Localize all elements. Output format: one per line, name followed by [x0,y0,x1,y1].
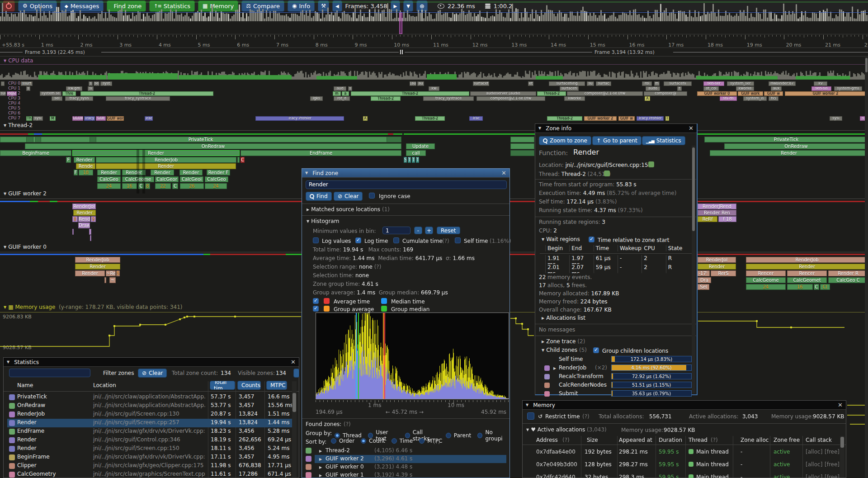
cumulate-time-checkbox[interactable] [393,237,399,243]
timeline-zone[interactable] [387,137,401,142]
timeline-zone[interactable]: Render Ren [698,210,736,216]
timeline-zone[interactable]: BeginFrame [0,150,71,156]
timeline-zone[interactable]: 8 [145,183,150,189]
group-by-radio[interactable]: No groupi [477,429,509,442]
timeline-zone[interactable]: Render [710,150,868,156]
timeline-zone[interactable] [90,137,96,142]
log-time-checkbox[interactable] [355,237,361,243]
wait-col[interactable]: State [666,245,690,251]
restrict-time-checkbox[interactable] [527,412,534,420]
timeline-zone[interactable]: CalcGeor [155,176,179,182]
timeline-zone[interactable]: io@2g [7,91,17,96]
timeline-zone[interactable]: Rende [76,163,95,169]
help-hint[interactable]: (?) [562,437,570,443]
filter-zones-input[interactable] [9,369,90,377]
timeline-zone[interactable]: Draw [78,222,90,228]
timeline-zone[interactable] [72,229,74,235]
col-appeared[interactable]: Appeared at [619,437,652,443]
timeline-zone[interactable]: m [654,81,660,86]
child-zone-row[interactable]: ▶ RenderJob (×2) 4.16 ms (92.60%) [535,364,696,373]
child-zone-row[interactable]: RecalcTransform 72.92 µs (1.62%) [535,373,696,381]
thread-color-swatch[interactable] [604,170,610,176]
table-row[interactable]: RenderJob jni/../jni/src/guif/Screen.cpp… [7,410,292,419]
table-row[interactable]: OnRedraw jni/../jni/src/claw/application… [7,402,292,410]
min-bin-plus-button[interactable]: + [425,227,433,234]
timeline-zone[interactable]: CalcGeo [205,176,228,182]
timeline-zone[interactable]: S [404,157,407,163]
timeline-zone[interactable]: Render [74,157,95,163]
timeline-zone[interactable]: RerS [711,270,736,276]
timeline-zone[interactable]: syst [100,81,112,86]
timeline-zone[interactable]: CalcGeo C [828,277,868,283]
timeline-zone[interactable]: audioserver [audio [470,91,536,96]
timeline-zone[interactable]: 18 [79,170,93,175]
timeline-zone[interactable]: rol [642,81,652,86]
timeline-zone[interactable]: 9 [91,216,96,222]
timeline-zone[interactable]: sen-sis [811,86,831,91]
timeline-zone[interactable]: Rend [78,216,90,222]
timeline-zone[interactable]: aud [334,86,346,91]
timeline-zone[interactable]: CalcGeo [97,176,121,182]
timeline-zone[interactable]: M [50,116,56,121]
timeline-zone[interactable]: Render [97,170,121,175]
statistics-button[interactable]: Statistics [642,136,685,145]
table-row[interactable]: Clipper jni/../jni/src/claw/gfx/geo/Clip… [7,462,292,470]
timeline-zone[interactable]: 5 [116,270,120,276]
timeline-zone[interactable]: CalcGeome [746,277,786,283]
reset-button[interactable]: Reset [437,227,460,234]
scrollbar[interactable] [840,436,844,478]
wait-row[interactable]: 1.91 ms 1.97 ms 61 µs - 2 R [545,255,690,264]
timeline-zone[interactable]: GUIF worker 2 [785,91,866,96]
timeline-zone[interactable]: Thre [62,91,76,96]
timeline-zone[interactable] [89,229,91,235]
col-total-time-button[interactable]: Total tim [210,381,235,390]
timeline-zone[interactable]: sysi [830,116,842,121]
timeline-zone[interactable]: Dra [698,277,711,283]
close-icon[interactable]: ✕ [838,402,843,408]
wait-col[interactable]: Time [594,245,618,251]
timeline-zone[interactable]: HwBinder:87 [769,81,796,86]
group-avg-line-checkbox[interactable] [313,306,319,312]
help-hint[interactable]: (?) [433,439,440,445]
timeline-zone[interactable]: audo [646,86,660,91]
min-bin-minus-button[interactable]: - [414,227,422,234]
timeline-zone[interactable]: Tracy Profiler [255,116,344,121]
expand-icon[interactable]: ▶ [319,449,322,453]
timeline-zone[interactable]: Cl [820,284,830,290]
timeline-zone[interactable]: OnRedraw [724,143,868,149]
timeline-zone[interactable]: Rencer [787,270,827,276]
timeline-zone[interactable]: T [412,157,415,163]
timeline-zone[interactable]: 16 [787,284,813,290]
timeline-zone[interactable]: surfacefling [549,81,585,86]
clear-button[interactable]: ⊘Clear [334,192,363,201]
sort-by-radio[interactable]: Order [331,438,354,444]
timeline-zone[interactable] [510,137,534,142]
timeline-zone[interactable]: ~ [109,277,116,283]
timeline-zone[interactable]: C [814,284,819,290]
expand-icon[interactable]: ▶ [553,366,556,370]
timeline-zone[interactable]: Render [698,264,736,270]
timeline-zone[interactable]: I [665,116,669,121]
allocation-row[interactable]: 0x7e049b3d00 128 bytes 298.27 ms 59.95 s… [523,459,839,471]
timeline-zone[interactable]: 16 [122,183,137,189]
self-time-checkbox[interactable] [455,237,461,243]
timeline-zone[interactable]: [au [410,81,416,86]
timeline-zone[interactable]: a [342,91,349,96]
child-zone-row[interactable]: CalcRenderNodes 51.51 µs (1.15%) [535,381,696,390]
alloc-callstack[interactable]: [alloc] [806,474,822,478]
timeline-zone[interactable]: surfacef [473,81,489,86]
timeline-zone[interactable]: ot_col [703,86,719,91]
scrollbar[interactable] [292,381,297,478]
timeline-zone[interactable]: Render F [207,170,230,175]
timeline-zone[interactable]: system-gms [834,86,862,91]
wait-col[interactable]: CPU [642,245,665,251]
timeline-zone[interactable]: kw [429,86,439,91]
alloc-callstack[interactable]: [alloc] [806,449,822,455]
timeline-zone[interactable]: Th [26,116,32,121]
timeline-zone[interactable]: call [406,150,426,156]
timeline-zone[interactable]: tracy_sysn [65,96,93,101]
timeline-zone[interactable]: et [528,81,533,86]
timeline-zone[interactable]: s [89,81,93,86]
timeline-zone[interactable]: f [677,86,682,91]
timeline-zone[interactable]: GUIF worker 2 [584,116,617,121]
